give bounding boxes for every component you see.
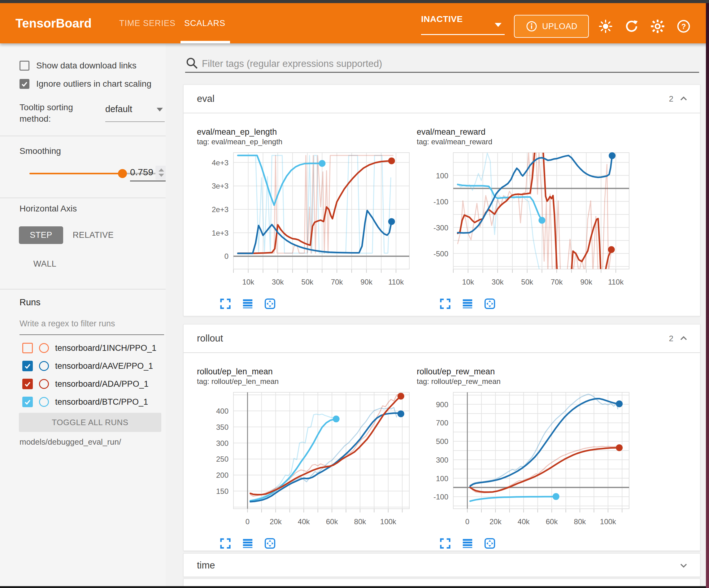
chart-title: rollout/ep_rew_mean (417, 366, 636, 377)
info-icon (525, 20, 538, 32)
runs-label: Runs (20, 297, 41, 307)
run-color-radio[interactable] (39, 343, 49, 353)
chart-toolbar (219, 537, 417, 549)
section-collapse-toggle[interactable] (678, 554, 689, 577)
axis-option-wall[interactable]: WALL (33, 255, 57, 273)
chart-title: rollout/ep_len_mean (197, 366, 417, 377)
checkbox-label: Show data download links (36, 61, 136, 71)
refresh-icon[interactable] (623, 18, 640, 35)
line-chart[interactable]: -100100300500700900020k40k60k80k100k (417, 389, 633, 534)
expand-chart-icon[interactable] (439, 537, 451, 549)
show-download-links-checkbox[interactable]: Show data download links (20, 60, 165, 71)
axis-option-step[interactable]: STEP (19, 226, 63, 244)
chart-title: eval/mean_reward (417, 127, 636, 137)
slider-thumb[interactable] (118, 169, 127, 178)
svg-text:200: 200 (216, 471, 229, 479)
svg-text:1e+3: 1e+3 (212, 229, 229, 237)
run-row[interactable]: tensorboard/AAVE/PPO_1 (22, 359, 165, 373)
chevron-up-icon[interactable] (678, 94, 689, 104)
brightness-icon[interactable] (597, 18, 614, 35)
svg-text:0: 0 (465, 517, 469, 526)
run-color-radio[interactable] (39, 379, 49, 389)
chart-card-eval-mean-reward: eval/mean_reward tag: eval/mean_reward 1… (417, 127, 636, 310)
run-checkbox[interactable] (22, 343, 33, 353)
tab-scalars[interactable]: SCALARS (184, 3, 226, 43)
run-row[interactable]: tensorboard/ADA/PPO_1 (22, 377, 165, 391)
status-dropdown[interactable]: INACTIVE (421, 3, 505, 43)
settings-sidebar: Show data download links Ignore outliers… (0, 43, 166, 586)
svg-text:4e+3: 4e+3 (212, 158, 229, 167)
tooltip-sorting-label: Tooltip sorting method: (20, 102, 91, 125)
checkbox-label: Ignore outliers in chart scaling (36, 79, 151, 89)
svg-text:400: 400 (216, 407, 229, 415)
run-row[interactable]: tensorboard/BTC/PPO_1 (22, 395, 165, 409)
chevron-down-icon[interactable] (678, 560, 689, 571)
filter-tags-input[interactable]: Filter tags (regular expressions support… (202, 58, 382, 69)
section-card-eval: eval 2 eval/mean_ep_length tag: eval/mea… (183, 84, 700, 316)
svg-text:10k: 10k (462, 278, 474, 286)
run-row[interactable]: tensorboard/1INCH/PPO_1 (22, 341, 165, 355)
tab-time-series[interactable]: TIME SERIES (119, 3, 176, 43)
expand-chart-icon[interactable] (219, 298, 232, 310)
horizontal-axis-label: Horizontal Axis (20, 204, 77, 214)
window-bottom-edge (0, 586, 709, 588)
runs-list-icon[interactable] (241, 298, 254, 310)
expand-chart-icon[interactable] (219, 537, 232, 549)
tooltip-sorting-select[interactable]: default (105, 104, 165, 123)
runs-list-icon[interactable] (241, 537, 254, 549)
axis-option-relative[interactable]: RELATIVE (74, 226, 113, 244)
chart-card-eval-mean-ep-length: eval/mean_ep_length tag: eval/mean_ep_le… (197, 127, 417, 310)
svg-text:300: 300 (436, 456, 448, 464)
section-title: eval (197, 85, 215, 113)
desktop-edge (706, 3, 709, 588)
run-checkbox[interactable] (22, 379, 33, 389)
line-chart[interactable]: 01e+32e+33e+34e+310k30k50k70k90k110k (197, 149, 414, 295)
section-collapse-toggle[interactable]: 2 (669, 85, 689, 113)
chart-toolbar (219, 298, 417, 310)
ignore-outliers-checkbox[interactable]: Ignore outliers in chart scaling (20, 78, 165, 90)
window-top-edge (0, 0, 709, 3)
svg-text:2e+3: 2e+3 (212, 205, 229, 214)
fit-domain-icon[interactable] (483, 298, 496, 310)
run-color-radio[interactable] (39, 361, 49, 371)
svg-text:80k: 80k (354, 517, 367, 526)
section-collapse-toggle[interactable]: 2 (669, 325, 689, 352)
active-tab-underline (181, 41, 230, 43)
svg-text:40k: 40k (518, 517, 530, 526)
search-icon (185, 56, 199, 70)
line-chart[interactable]: 100-100-300-50010k30k50k70k90k110k (417, 149, 633, 295)
svg-text:-100: -100 (434, 493, 448, 501)
run-checkbox[interactable] (22, 361, 33, 371)
run-checkbox[interactable] (22, 397, 33, 407)
svg-text:500: 500 (436, 437, 448, 445)
chart-tag: tag: rollout/ep_rew_mean (417, 377, 636, 386)
svg-text:60k: 60k (326, 517, 338, 526)
chart-card-rollout-ep-rew-mean: rollout/ep_rew_mean tag: rollout/ep_rew_… (417, 366, 636, 549)
stepper-arrows[interactable] (155, 165, 166, 180)
chart-tag: tag: eval/mean_ep_length (197, 137, 417, 147)
run-color-radio[interactable] (39, 397, 49, 407)
svg-text:250: 250 (216, 455, 229, 463)
expand-chart-icon[interactable] (439, 298, 451, 310)
svg-text:-500: -500 (434, 250, 448, 258)
svg-text:?: ? (681, 22, 686, 31)
runs-list-icon[interactable] (461, 298, 474, 310)
svg-text:110k: 110k (608, 278, 624, 286)
chevron-up-icon[interactable] (678, 333, 689, 344)
smoothing-value-field[interactable]: 0.759 (130, 165, 166, 181)
line-chart[interactable]: 150200250300350400020k40k60k80k100k (197, 389, 414, 534)
fit-domain-icon[interactable] (483, 537, 496, 549)
help-icon[interactable]: ? (675, 18, 692, 35)
fit-domain-icon[interactable] (264, 537, 276, 549)
settings-icon[interactable] (649, 18, 666, 35)
app-header: TensorBoard TIME SERIES SCALARS INACTIVE… (0, 3, 709, 43)
svg-text:350: 350 (216, 423, 229, 431)
smoothing-value: 0.759 (130, 167, 153, 177)
runs-filter-input[interactable]: Write a regex to filter runs (20, 319, 115, 329)
runs-list-icon[interactable] (461, 537, 474, 549)
toggle-all-runs-button[interactable]: TOGGLE ALL RUNS (19, 413, 161, 432)
section-title: rollout (197, 325, 223, 352)
upload-button[interactable]: UPLOAD (514, 15, 589, 38)
tensorboard-app: TensorBoard TIME SERIES SCALARS INACTIVE… (0, 0, 709, 588)
fit-domain-icon[interactable] (264, 298, 276, 310)
